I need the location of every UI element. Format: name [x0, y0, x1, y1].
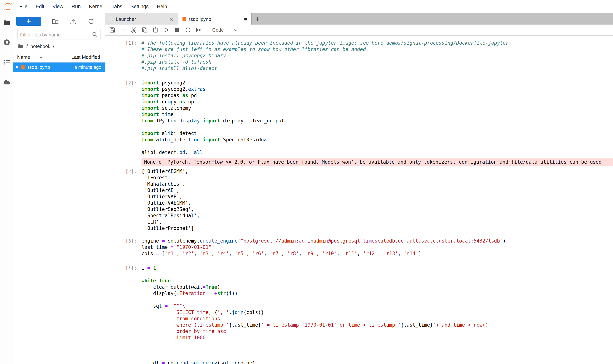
- code-cell: [1]:# The following libraries have alrea…: [105, 38, 613, 73]
- code-line: import psycopg2.extras: [141, 86, 613, 92]
- menu-tabs[interactable]: Tabs: [108, 0, 126, 13]
- code-line: [141, 271, 613, 277]
- cell-code-editor[interactable]: i = 1 while True: clear_output(wait=True…: [141, 265, 613, 364]
- menu-help[interactable]: Help: [153, 0, 171, 13]
- code-line: where (timestamp '{last_time}' = timesta…: [141, 322, 613, 328]
- menu-settings[interactable]: Settings: [126, 0, 153, 13]
- cell-input-prompt: [*]:: [105, 265, 141, 364]
- menu-kernel[interactable]: Kernel: [85, 0, 108, 13]
- code-line: alibi_detect.od.__all__: [141, 149, 613, 156]
- result-line: 'LLR',: [141, 219, 613, 225]
- new-folder-button[interactable]: [46, 17, 64, 26]
- jupyter-logo: [3, 2, 13, 11]
- breadcrumb[interactable]: / notebook /: [14, 40, 105, 52]
- breadcrumb-folder[interactable]: notebook: [30, 43, 50, 49]
- notebook-icon: [182, 16, 187, 22]
- code-line: cols = ['r1', 'r2', 'r3', 'r4', 'r5', 'r…: [141, 250, 613, 257]
- result-line: 'SpectralResidual',: [141, 212, 613, 219]
- cell-input-prompt: [1]:: [105, 40, 141, 71]
- run-cell-button[interactable]: [162, 26, 171, 34]
- code-line: from IPython.display import display, cle…: [141, 117, 613, 124]
- cell-code-editor[interactable]: # The following libraries have already b…: [141, 40, 613, 71]
- breadcrumb-sep: /: [27, 43, 28, 49]
- code-cell: [3]:engine = sqlalchemy.create_engine("p…: [105, 236, 613, 259]
- new-launcher-button[interactable]: [16, 17, 41, 26]
- tab-tsdb-notebook[interactable]: tsdb.ipynb: [178, 13, 252, 25]
- result-line: ['OutlierAEGMM',: [141, 168, 613, 174]
- result-line: 'OutlierAE',: [141, 187, 613, 194]
- cell-input-area: [*]:i = 1 while True: clear_output(wait=…: [105, 263, 613, 364]
- code-line: [141, 124, 613, 130]
- file-list-header: Name Last Modified: [14, 52, 105, 63]
- unsaved-changes-dot: [244, 18, 247, 20]
- code-cell: [2]:import psycopg2import psycopg2.extra…: [105, 78, 613, 231]
- dock-tab-bar: Launcher tsdb.ipynb: [105, 13, 613, 25]
- notebook-cells: [1]:# The following libraries have alrea…: [105, 36, 613, 364]
- notebook-toolbar: Code: [105, 25, 613, 36]
- code-line: i = 1: [141, 265, 613, 271]
- code-line: clear_output(wait=True): [141, 284, 613, 290]
- menu-bar: File Edit View Run Kernel Tabs Settings …: [0, 0, 613, 13]
- refresh-button[interactable]: [82, 17, 100, 26]
- run-all-cells-button[interactable]: [194, 26, 203, 34]
- running-sessions-icon[interactable]: [2, 38, 11, 47]
- code-line: last_time = "1970-01-01": [141, 244, 613, 250]
- cell-code-editor[interactable]: import psycopg2import psycopg2.extrasimp…: [141, 80, 613, 156]
- root-folder-icon[interactable]: [18, 43, 24, 49]
- save-button[interactable]: [108, 26, 117, 34]
- file-row-tsdb-ipynb[interactable]: tsdb.ipynb a minute ago: [14, 63, 105, 72]
- code-line: while True:: [141, 277, 613, 284]
- new-tab-button[interactable]: [252, 13, 263, 25]
- notebook-icon: [20, 64, 26, 70]
- code-cell: [*]:i = 1 while True: clear_output(wait=…: [105, 263, 613, 364]
- menu-file[interactable]: File: [15, 0, 32, 13]
- code-line: import numpy as np: [141, 99, 613, 105]
- code-line: import pandas as pd: [141, 92, 613, 99]
- upload-button[interactable]: [64, 17, 82, 26]
- copy-cells-button[interactable]: [140, 26, 149, 34]
- file-browser-panel: / notebook / Name Last Modified tsdb.ipy…: [14, 13, 105, 364]
- paste-cells-button[interactable]: [151, 26, 160, 34]
- tab-launcher[interactable]: Launcher: [105, 13, 178, 25]
- interrupt-kernel-button[interactable]: [172, 26, 181, 34]
- code-line: import time: [141, 111, 613, 117]
- close-icon[interactable]: [168, 16, 175, 22]
- cell-type-dropdown[interactable]: Code: [210, 26, 240, 34]
- file-modified: a minute ago: [74, 65, 101, 70]
- filter-files-box: [17, 30, 101, 39]
- code-line: import alibi_detect: [141, 130, 613, 137]
- menu-view[interactable]: View: [48, 0, 67, 13]
- sort-ascending-icon[interactable]: [39, 56, 42, 58]
- restart-kernel-button[interactable]: [183, 26, 192, 34]
- extensions-icon[interactable]: [2, 78, 11, 86]
- menu-edit[interactable]: Edit: [32, 0, 49, 13]
- menu-run[interactable]: Run: [67, 0, 85, 13]
- toc-icon[interactable]: [2, 58, 11, 66]
- add-cell-button[interactable]: [118, 26, 127, 34]
- code-line: from conditions: [141, 315, 613, 322]
- filter-files-input[interactable]: [20, 32, 92, 37]
- name-column-header[interactable]: Name: [17, 54, 30, 60]
- code-line: from alibi_detect.od import SpectralResi…: [141, 137, 613, 143]
- file-browser-icon[interactable]: [2, 19, 11, 27]
- cell-input-area: [1]:# The following libraries have alrea…: [105, 38, 613, 73]
- cell-input-prompt: [3]:: [105, 238, 141, 257]
- result-line: 'OutlierVAE',: [141, 194, 613, 200]
- tab-label: Launcher: [116, 16, 166, 22]
- output-prompt: [2]:: [105, 167, 141, 231]
- code-line: """: [141, 341, 613, 347]
- code-line: #!pip install -U tsfresh: [141, 59, 613, 65]
- workspace: / notebook / Name Last Modified tsdb.ipy…: [0, 13, 613, 364]
- breadcrumb-sep: /: [53, 43, 54, 49]
- jupyterlab-window: File Edit View Run Kernel Tabs Settings …: [0, 0, 613, 364]
- code-line: order by time asc: [141, 328, 613, 334]
- cell-code-editor[interactable]: engine = sqlalchemy.create_engine("postg…: [141, 238, 613, 257]
- file-browser-toolbar: [14, 13, 105, 27]
- result-line: 'OutlierSeq2Seq',: [141, 206, 613, 212]
- code-line: engine = sqlalchemy.create_engine("postg…: [141, 238, 613, 244]
- code-line: #!pip install psycopg2-binary: [141, 52, 613, 59]
- stderr-output: None of PyTorch, TensorFlow >= 2.0, or F…: [141, 158, 613, 166]
- cut-cells-button[interactable]: [129, 26, 138, 34]
- last-modified-column-header[interactable]: Last Modified: [71, 54, 101, 60]
- code-line: # The following libraries have already b…: [141, 40, 613, 46]
